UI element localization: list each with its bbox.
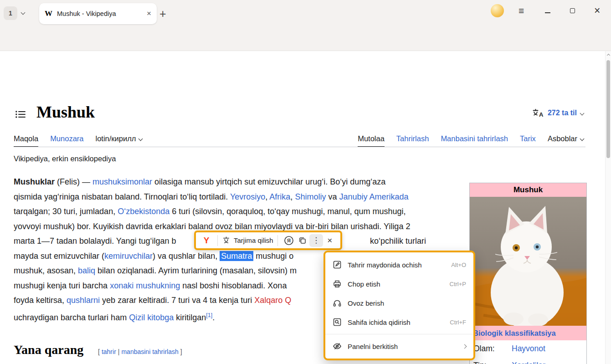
infobox-title: Mushuk xyxy=(470,183,586,197)
menu-item-read-aloud[interactable]: Ovoz berish xyxy=(325,293,473,313)
section-heading-see-also: Yana qarang xyxy=(14,343,83,357)
copy-button[interactable] xyxy=(296,234,309,247)
wiki-link[interactable]: Qizil kitobga xyxy=(129,313,174,322)
edit-link[interactable]: tahrir xyxy=(102,348,116,355)
page-scrollbar[interactable] xyxy=(605,51,611,364)
wiki-link[interactable]: mushuksimonlar xyxy=(92,177,152,186)
tab-group-button[interactable]: 1 xyxy=(4,6,17,20)
divider xyxy=(217,235,218,246)
article-text: nasl boshi hisoblanadi. Xona xyxy=(180,281,287,290)
wiki-link[interactable]: Oʻzbekistonda xyxy=(118,207,169,216)
maximize-button[interactable] xyxy=(570,8,576,14)
translate-button[interactable]: Tarjima qilish xyxy=(222,234,273,247)
article-text: foyda keltirsa, xyxy=(14,296,67,305)
svg-text:A: A xyxy=(539,111,544,118)
article-line: foyda keltirsa, qushlarni yeb zarar kelt… xyxy=(14,293,291,308)
nav-tab-mutolaa[interactable]: Mutolaa xyxy=(358,134,385,147)
find-in-page-icon xyxy=(333,318,342,327)
article-text: mushugi kenja turi barcha xyxy=(14,281,110,290)
article-line: marta 1—7 tadan bolalaydi. Yangi tugʻilg… xyxy=(14,234,176,248)
wiki-link[interactable]: qushlarni xyxy=(67,296,100,305)
edit-in-page-icon xyxy=(333,260,342,269)
nav-tab-maqola[interactable]: Maqola xyxy=(14,134,38,147)
menu-item-open-in-editor[interactable]: Tahrir maydonida ochishAlt+O xyxy=(325,255,473,274)
yandex-logo-icon: Y xyxy=(204,236,210,246)
kitten-photo[interactable] xyxy=(470,197,586,326)
wiki-link[interactable]: Xalqaro Q xyxy=(254,296,291,305)
browser-chrome: 1 W Mushuk - Vikipediya × + ≡ × ← Я uz.w… xyxy=(0,0,611,51)
wiki-link[interactable]: Janubiy Amerikada xyxy=(339,192,408,201)
article-text: qismida yagʻriniga nisbatan baland. Tirn… xyxy=(14,192,230,201)
article-nav-left: MaqolaMunozaralotin/кирилл xyxy=(14,132,142,147)
tab-group-count: 1 xyxy=(9,10,12,17)
scrollbar-up-arrow[interactable] xyxy=(606,54,610,57)
translate-label: Tarjima qilish xyxy=(234,236,273,244)
wiki-link[interactable]: Afrika xyxy=(269,192,290,201)
profile-avatar[interactable] xyxy=(491,4,504,17)
tab-close-icon[interactable]: × xyxy=(147,9,151,18)
menu-item-find-in-page[interactable]: Sahifa ichida qidirishCtrl+F xyxy=(325,313,473,332)
yandex-translate-button[interactable]: Y xyxy=(200,234,213,247)
article-text: , xyxy=(290,192,295,201)
nav-tab-manbasini-tahrirlash[interactable]: Manbasini tahrirlash xyxy=(441,134,508,147)
scrollbar-thumb[interactable] xyxy=(606,60,610,158)
selected-text[interactable]: Sumatra xyxy=(220,251,253,261)
print-icon xyxy=(333,279,342,288)
site-tagline: Vikipediya, erkin ensiklopediya xyxy=(14,154,116,163)
article-text: oilasiga mansub yirtqich sut emizuvchila… xyxy=(152,177,385,186)
nav-tab-tarix[interactable]: Tarix xyxy=(520,134,536,147)
article-line: qismida yagʻriniga nisbatan baland. Tirn… xyxy=(14,190,409,204)
language-count: 272 ta til xyxy=(548,109,577,117)
tab-strip: 1 W Mushuk - Vikipediya × + ≡ × xyxy=(0,0,611,27)
wiki-link[interactable]: Shimoliy xyxy=(295,192,326,201)
article-text: mushugi o xyxy=(253,251,293,261)
nav-tab-tahrirlash[interactable]: Tahrirlash xyxy=(396,134,429,147)
article-text: kiritilgan xyxy=(174,313,206,322)
article-text: . xyxy=(212,313,215,322)
wiki-link[interactable]: kemiruvchilar xyxy=(104,251,153,261)
chevron-down-icon xyxy=(580,137,585,141)
infobox-value-link[interactable]: Xordalilar xyxy=(512,361,545,364)
new-tab-button[interactable]: + xyxy=(159,7,166,21)
chevron-down-icon[interactable] xyxy=(21,10,26,15)
menu-divider xyxy=(325,334,473,334)
more-options-button[interactable]: ⋮ xyxy=(309,234,323,247)
nav-divider xyxy=(14,147,585,147)
nav-tab-lotin-kirill[interactable]: lotin/кирилл xyxy=(96,134,143,147)
minimize-button[interactable] xyxy=(544,7,551,15)
contents-list-icon[interactable] xyxy=(15,111,26,120)
language-selector[interactable]: A 272 ta til xyxy=(532,108,584,118)
read-aloud-icon xyxy=(333,298,342,308)
yandex-search-button[interactable]: Я xyxy=(282,234,296,247)
article-line: mayda sut emizuvchilar (kemiruvchilar) v… xyxy=(14,249,293,263)
article-line: mushuk, asosan, baliq bilan oziqlanadi. … xyxy=(14,264,297,278)
article-line: Mushuklar (Felis) — mushuksimonlar oilas… xyxy=(14,175,385,189)
nav-tab-asboblar[interactable]: Asboblar xyxy=(548,134,584,147)
wiki-link[interactable]: xonaki mushukning xyxy=(110,281,180,290)
wiki-link[interactable]: [1] xyxy=(206,312,212,318)
menu-item-hide-panel[interactable]: Panelni berkitish xyxy=(325,337,473,356)
translate-languages-icon: A xyxy=(532,108,544,118)
close-window-button[interactable]: × xyxy=(594,5,600,17)
article-text: , xyxy=(265,192,269,201)
browser-menu-button[interactable]: ≡ xyxy=(519,5,524,16)
infobox-label: Tip: xyxy=(470,361,512,364)
article-text: yeb zarar keltiradi. 7 turi va 4 ta kenj… xyxy=(100,296,254,305)
article-text: ) va qushlar bilan, xyxy=(153,251,220,261)
menu-item-print[interactable]: Chop etishCtrl+P xyxy=(325,274,473,293)
edit-source-link[interactable]: manbasini tahrirlash xyxy=(121,348,178,355)
wiki-link[interactable]: baliq xyxy=(78,266,95,275)
selection-context-menu: Tahrir maydonida ochishAlt+OChop etishCt… xyxy=(323,251,475,360)
infobox-value-link[interactable]: Hayvonot xyxy=(512,344,545,354)
article-text: uchraydigan barcha turlari ham xyxy=(14,313,129,322)
close-toolbar-button[interactable]: × xyxy=(323,234,337,247)
bracket: [ xyxy=(98,348,100,355)
page-content: Mushuk A 272 ta til MaqolaMunozaralotin/… xyxy=(0,51,606,364)
wiki-link[interactable]: Yevrosiyo xyxy=(230,192,265,201)
browser-tab[interactable]: W Mushuk - Vikipediya × xyxy=(39,3,157,24)
translate-icon xyxy=(222,236,231,245)
classification-header-link[interactable]: Biologik klassifikatsiya xyxy=(470,326,586,340)
nav-tab-munozara[interactable]: Munozara xyxy=(50,134,83,147)
section-edit-links: [tahrir|manbasini tahrirlash] xyxy=(98,348,182,355)
yandex-letter: Я xyxy=(287,238,291,243)
